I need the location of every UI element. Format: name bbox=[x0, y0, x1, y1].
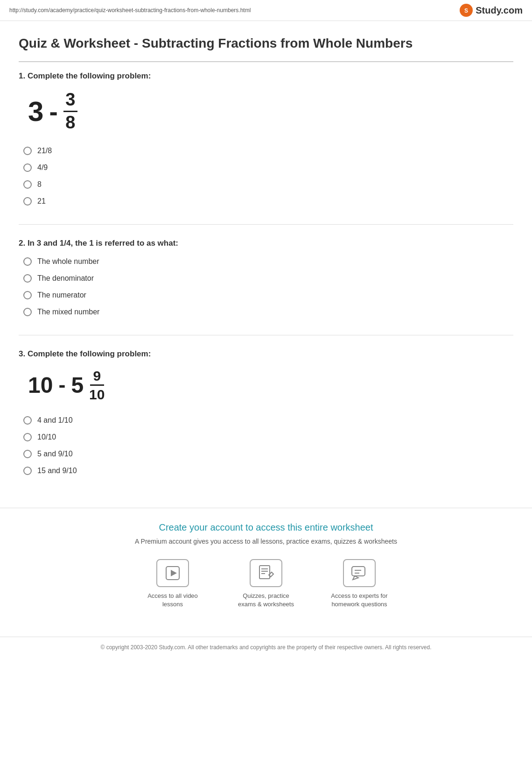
q3-radio-1[interactable] bbox=[23, 416, 32, 425]
q3-radio-3[interactable] bbox=[23, 450, 32, 458]
q3-denominator: 10 bbox=[89, 386, 105, 402]
q3-fraction: 9 10 bbox=[89, 368, 105, 402]
svg-marker-11 bbox=[353, 576, 358, 580]
q3-whole: 10 bbox=[28, 372, 53, 398]
svg-text:S: S bbox=[464, 7, 468, 14]
cta-quiz-label: Quizzes, practice exams & worksheets bbox=[233, 592, 299, 609]
q1-denominator: 8 bbox=[63, 112, 77, 133]
logo-icon: S bbox=[460, 4, 473, 17]
play-icon bbox=[165, 566, 180, 581]
q1-option-3-label: 8 bbox=[37, 180, 42, 189]
main-content: Quiz & Worksheet - Subtracting Fractions… bbox=[0, 21, 532, 508]
logo: S Study.com bbox=[460, 4, 523, 17]
q1-option-2-label: 4/9 bbox=[37, 163, 48, 172]
q3-option-3[interactable]: 5 and 9/10 bbox=[23, 450, 513, 458]
q3-option-2-label: 10/10 bbox=[37, 433, 56, 441]
q3-option-1-label: 4 and 1/10 bbox=[37, 416, 73, 425]
question-2-label: 2. In 3 and 1/4, the 1 is referred to as… bbox=[19, 239, 513, 248]
q1-fraction: 3 8 bbox=[63, 90, 77, 133]
question-1-label: 1. Complete the following problem: bbox=[19, 71, 513, 81]
top-bar: http://study.com/academy/practice/quiz-w… bbox=[0, 0, 532, 21]
question-1-math: 3 - 3 8 bbox=[28, 90, 513, 133]
q3-radio-2[interactable] bbox=[23, 433, 32, 441]
divider-1 bbox=[19, 224, 513, 225]
q1-option-1-label: 21/8 bbox=[37, 147, 52, 155]
divider-2 bbox=[19, 335, 513, 335]
footer-text: © copyright 2003-2020 Study.com. All oth… bbox=[101, 644, 432, 651]
q3-whole2: 5 bbox=[71, 372, 84, 398]
url-bar: http://study.com/academy/practice/quiz-w… bbox=[9, 7, 251, 14]
question-3-label: 3. Complete the following problem: bbox=[19, 349, 513, 359]
q1-radio-2[interactable] bbox=[23, 163, 32, 172]
q1-numerator: 3 bbox=[63, 90, 77, 112]
q3-option-1[interactable]: 4 and 1/10 bbox=[23, 416, 513, 425]
footer: © copyright 2003-2020 Study.com. All oth… bbox=[0, 637, 532, 658]
q3-numerator: 9 bbox=[90, 368, 104, 386]
q1-option-1[interactable]: 21/8 bbox=[23, 147, 513, 155]
q1-radio-4[interactable] bbox=[23, 197, 32, 206]
q3-option-3-label: 5 and 9/10 bbox=[37, 450, 73, 458]
cta-title: Create your account to access this entir… bbox=[9, 522, 523, 533]
q2-radio-1[interactable] bbox=[23, 257, 32, 266]
question-2-options: The whole number The denominator The num… bbox=[23, 257, 513, 316]
cta-section: Create your account to access this entir… bbox=[0, 508, 532, 637]
svg-rect-4 bbox=[259, 566, 270, 579]
svg-marker-3 bbox=[171, 570, 177, 576]
q3-option-4-label: 15 and 9/10 bbox=[37, 467, 77, 475]
q2-option-2-label: The denominator bbox=[37, 274, 94, 283]
experts-icon-box bbox=[343, 559, 376, 587]
page-title: Quiz & Worksheet - Subtracting Fractions… bbox=[19, 35, 513, 62]
q2-option-3[interactable]: The numerator bbox=[23, 291, 513, 299]
question-2: 2. In 3 and 1/4, the 1 is referred to as… bbox=[19, 239, 513, 316]
logo-text: Study.com bbox=[476, 5, 523, 16]
q3-radio-4[interactable] bbox=[23, 467, 32, 475]
cta-icon-experts: Access to experts for homework questions bbox=[327, 559, 392, 609]
q2-radio-2[interactable] bbox=[23, 274, 32, 283]
q3-option-2[interactable]: 10/10 bbox=[23, 433, 513, 441]
cta-icons-container: Access to all video lessons Quizzes, pra… bbox=[9, 559, 523, 609]
question-1: 1. Complete the following problem: 3 - 3… bbox=[19, 71, 513, 206]
q3-option-4[interactable]: 15 and 9/10 bbox=[23, 467, 513, 475]
q1-radio-1[interactable] bbox=[23, 147, 32, 155]
question-3: 3. Complete the following problem: 10 - … bbox=[19, 349, 513, 475]
quiz-icon bbox=[258, 565, 274, 582]
q2-option-1[interactable]: The whole number bbox=[23, 257, 513, 266]
cta-video-label: Access to all video lessons bbox=[140, 592, 205, 609]
q1-whole: 3 bbox=[28, 95, 43, 128]
q3-operator: - bbox=[58, 373, 65, 397]
question-3-options: 4 and 1/10 10/10 5 and 9/10 15 and 9/10 bbox=[23, 416, 513, 475]
quiz-icon-box bbox=[250, 559, 282, 587]
q2-option-4[interactable]: The mixed number bbox=[23, 308, 513, 316]
q1-option-2[interactable]: 4/9 bbox=[23, 163, 513, 172]
question-1-options: 21/8 4/9 8 21 bbox=[23, 147, 513, 206]
q2-option-1-label: The whole number bbox=[37, 257, 99, 266]
q1-option-4[interactable]: 21 bbox=[23, 197, 513, 206]
svg-rect-8 bbox=[352, 567, 365, 576]
q2-option-2[interactable]: The denominator bbox=[23, 274, 513, 283]
q2-option-3-label: The numerator bbox=[37, 291, 86, 299]
cta-icon-quiz: Quizzes, practice exams & worksheets bbox=[233, 559, 299, 609]
cta-icon-video: Access to all video lessons bbox=[140, 559, 205, 609]
q1-option-3[interactable]: 8 bbox=[23, 180, 513, 189]
q2-radio-3[interactable] bbox=[23, 291, 32, 299]
q1-option-4-label: 21 bbox=[37, 197, 46, 206]
q2-radio-4[interactable] bbox=[23, 308, 32, 316]
question-3-math: 10 - 5 9 10 bbox=[28, 368, 513, 402]
q1-operator: - bbox=[49, 97, 57, 127]
q1-radio-3[interactable] bbox=[23, 180, 32, 189]
cta-experts-label: Access to experts for homework questions bbox=[327, 592, 392, 609]
q2-option-4-label: The mixed number bbox=[37, 308, 99, 316]
video-icon-box bbox=[156, 559, 189, 587]
cta-subtitle: A Premium account gives you access to al… bbox=[9, 538, 523, 545]
chat-icon bbox=[351, 565, 368, 582]
